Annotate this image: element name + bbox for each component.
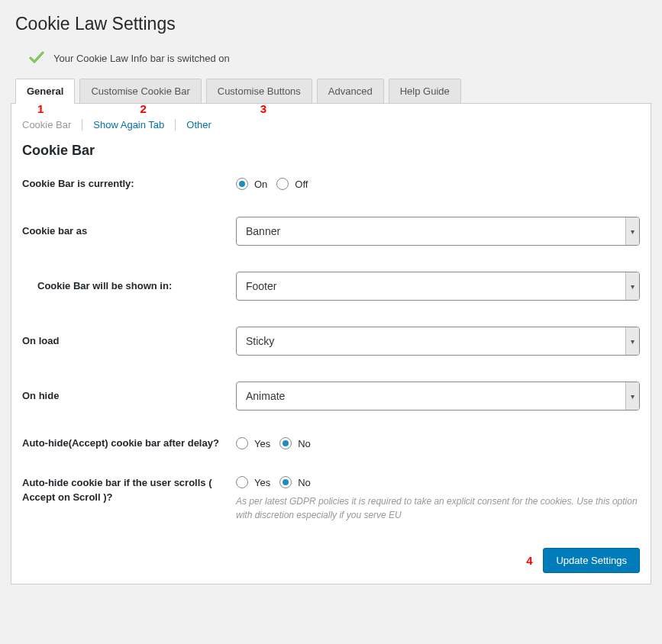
section-title: Cookie Bar (22, 143, 640, 159)
status-text: Your Cookie Law Info bar is switched on (53, 53, 230, 64)
marker-4: 4 (526, 554, 532, 567)
select-on-load[interactable]: Sticky (236, 327, 640, 356)
radio-autohide-scroll-yes-label[interactable]: Yes (254, 477, 270, 488)
radio-currently-off[interactable] (276, 178, 289, 190)
radio-autohide-delay-no[interactable] (279, 437, 292, 449)
subtab-cookie-bar[interactable]: Cookie Bar (22, 119, 82, 130)
subtabs: Cookie Bar Show Again Tab Other (22, 119, 640, 130)
radio-currently-on[interactable] (236, 178, 248, 190)
select-bar-as[interactable]: Banner (236, 217, 640, 246)
page-title: Cookie Law Settings (15, 14, 647, 34)
radio-autohide-scroll-yes[interactable] (236, 476, 248, 488)
helper-autohide-scroll: As per latest GDPR policies it is requir… (236, 494, 640, 522)
label-currently: Cookie Bar is currently: (22, 177, 236, 191)
label-on-hide: On hide (22, 389, 236, 403)
tab-customise-bar-label: Customise Cookie Bar (91, 85, 189, 97)
tab-general-label: General (27, 85, 63, 97)
tab-advanced-label: Advanced (328, 85, 373, 97)
tab-customise-buttons[interactable]: Customise Buttons 3 (206, 79, 312, 104)
update-settings-button[interactable]: Update Settings (543, 548, 640, 573)
label-on-load: On load (22, 334, 236, 348)
radio-currently-on-label[interactable]: On (254, 179, 267, 190)
subtab-other[interactable]: Other (176, 119, 222, 130)
tab-advanced[interactable]: Advanced (317, 79, 384, 104)
tab-help-guide[interactable]: Help Guide (389, 79, 461, 104)
radio-currently-off-label[interactable]: Off (295, 179, 308, 190)
select-shown-in[interactable]: Footer (236, 272, 640, 301)
select-on-hide[interactable]: Animate (236, 382, 640, 411)
tab-general[interactable]: General 1 (15, 79, 75, 104)
radio-autohide-delay-yes-label[interactable]: Yes (254, 438, 270, 449)
label-autohide-delay: Auto-hide(Accept) cookie bar after delay… (22, 436, 236, 450)
radio-autohide-delay-yes[interactable] (236, 437, 248, 449)
tab-help-label: Help Guide (400, 85, 450, 97)
radio-autohide-delay-no-label[interactable]: No (298, 438, 311, 449)
status-row: Your Cookie Law Info bar is switched on (0, 42, 662, 79)
radio-autohide-scroll-no-label[interactable]: No (298, 477, 311, 488)
label-shown-in: Cookie Bar will be shown in: (22, 279, 236, 293)
check-icon (29, 51, 44, 65)
tab-customise-cookie-bar[interactable]: Customise Cookie Bar 2 (79, 79, 201, 104)
radio-autohide-scroll-no[interactable] (279, 476, 292, 488)
label-bar-as: Cookie bar as (22, 224, 236, 238)
label-autohide-scroll: Auto-hide cookie bar if the user scrolls… (22, 476, 236, 504)
tab-customise-buttons-label: Customise Buttons (218, 85, 301, 97)
settings-panel: Cookie Bar Show Again Tab Other Cookie B… (11, 103, 651, 584)
subtab-show-again[interactable]: Show Again Tab (82, 119, 176, 130)
tabs-row: General 1 Customise Cookie Bar 2 Customi… (0, 79, 662, 103)
